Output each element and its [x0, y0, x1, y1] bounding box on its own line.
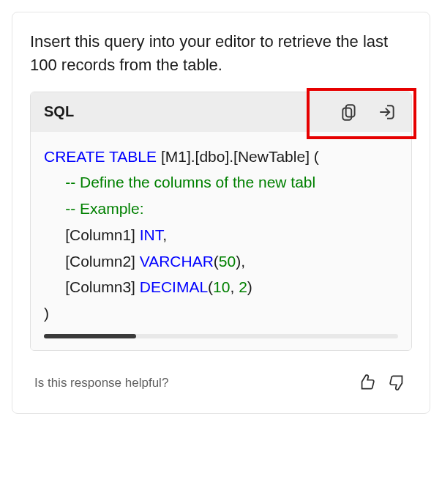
thumbs-down-icon — [389, 373, 408, 392]
copy-button[interactable] — [338, 101, 360, 123]
code-token-keyword: CREATE TABLE — [44, 148, 157, 165]
feedback-actions — [356, 373, 408, 394]
code-token-punct: , — [230, 278, 239, 295]
code-token-identifier: [Column2] — [65, 253, 140, 270]
code-token-number: 10 — [213, 278, 230, 295]
code-token-punct: ( — [214, 253, 219, 270]
insert-button[interactable] — [376, 101, 398, 123]
code-language-label: SQL — [44, 103, 74, 120]
thumbs-up-button[interactable] — [356, 373, 375, 394]
scrollbar-thumb[interactable] — [44, 334, 136, 338]
code-token-punct: ), — [236, 253, 245, 270]
insert-icon — [378, 103, 397, 122]
svg-rect-1 — [342, 108, 351, 119]
code-body: CREATE TABLE [M1].[dbo].[NewTable] ( -- … — [31, 132, 411, 350]
feedback-row: Is this response helpful? — [30, 371, 412, 396]
code-token-punct: ) — [44, 305, 49, 322]
horizontal-scrollbar[interactable] — [44, 334, 398, 338]
response-card: Insert this query into your editor to re… — [12, 12, 430, 414]
thumbs-down-button[interactable] — [389, 373, 408, 394]
code-token-identifier: [Column3] — [65, 278, 140, 295]
svg-rect-0 — [346, 105, 355, 116]
code-token-type: INT — [140, 226, 163, 243]
code-token-comment: -- Define the columns of the new tabl — [65, 174, 315, 190]
code-token-punct: ) — [247, 278, 252, 295]
code-token-punct: , — [162, 226, 167, 243]
intro-text: Insert this query into your editor to re… — [30, 30, 412, 77]
code-token-number: 50 — [219, 253, 236, 270]
code-block-wrapper: SQL — [30, 92, 412, 351]
code-header: SQL — [31, 92, 411, 132]
feedback-prompt: Is this response helpful? — [34, 376, 168, 390]
code-token-number: 2 — [239, 278, 247, 295]
code-token-identifier: [M1].[dbo].[NewTable] ( — [157, 148, 319, 165]
code-block: SQL — [30, 92, 412, 351]
code-token-identifier: [Column1] — [65, 226, 140, 243]
code-token-type: VARCHAR — [140, 253, 214, 270]
thumbs-up-icon — [356, 373, 375, 392]
code-token-comment: -- Example: — [65, 200, 143, 217]
code-token-type: DECIMAL — [140, 278, 208, 295]
code-actions — [338, 101, 398, 123]
copy-icon — [340, 103, 359, 122]
